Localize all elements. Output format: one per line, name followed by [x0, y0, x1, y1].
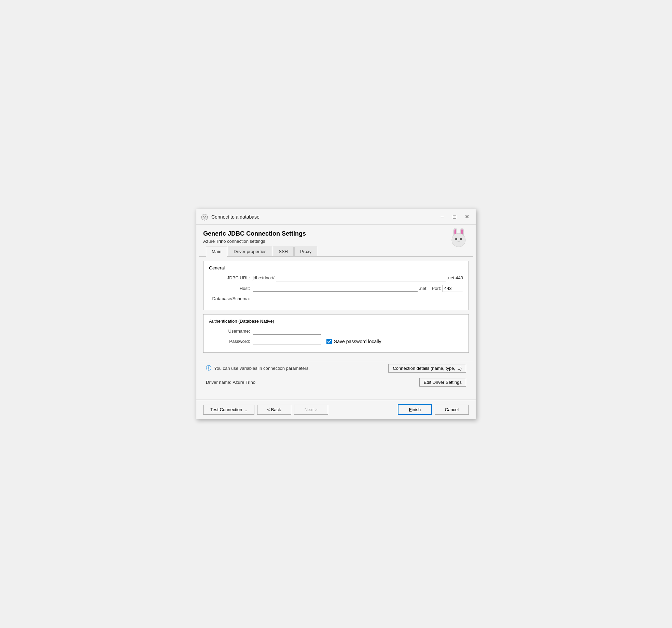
titlebar: Connect to a database – □ ✕ — [196, 209, 476, 225]
main-title: Generic JDBC Connection Settings — [203, 230, 469, 237]
host-label: Host: — [209, 286, 250, 291]
driver-row: Driver name: Azure Trino Edit Driver Set… — [199, 375, 473, 389]
finish-button[interactable]: Finish — [398, 404, 432, 415]
jdbc-url-label: JDBC URL: — [209, 275, 250, 280]
save-password-label: Save password locally — [334, 339, 381, 344]
jdbc-prefix: jdbc:trino:// — [253, 275, 275, 280]
subtitle: Azure Trino connection settings — [203, 239, 469, 244]
tab-driver-properties[interactable]: Driver properties — [228, 247, 272, 256]
edit-driver-button[interactable]: Edit Driver Settings — [419, 378, 466, 387]
info-bar: ⓘ You can use variables in connection pa… — [199, 361, 473, 375]
minimize-button[interactable]: – — [437, 212, 447, 222]
tab-ssh[interactable]: SSH — [273, 247, 294, 256]
cancel-button[interactable]: Cancel — [435, 405, 469, 415]
close-button[interactable]: ✕ — [462, 212, 472, 222]
svg-point-10 — [460, 238, 462, 240]
next-button[interactable]: Next > — [294, 405, 328, 415]
window-title: Connect to a database — [211, 214, 322, 220]
back-button[interactable]: < Back — [257, 405, 291, 415]
username-input[interactable] — [253, 328, 321, 335]
footer: Test Connection ... < Back Next > Finish… — [196, 400, 476, 419]
info-icon: ⓘ — [206, 365, 211, 372]
svg-point-2 — [205, 216, 206, 217]
db-schema-row: Database/Schema: — [209, 295, 463, 302]
finish-label-rest: inish — [412, 407, 421, 412]
host-suffix: .net — [419, 286, 426, 291]
save-password-row: Save password locally — [326, 339, 381, 344]
password-input[interactable] — [253, 338, 321, 345]
host-row: Host: .net Port: — [209, 285, 463, 292]
tab-main[interactable]: Main — [206, 247, 227, 257]
password-row: Password: Save password locally — [209, 338, 463, 345]
svg-point-9 — [455, 238, 457, 240]
port-input[interactable] — [443, 285, 463, 292]
username-label: Username: — [209, 329, 250, 334]
test-connection-button[interactable]: Test Connection ... — [203, 405, 254, 415]
svg-point-3 — [204, 217, 206, 219]
general-title: General — [209, 265, 463, 270]
main-content: General JDBC URL: jdbc:trino:// .net:443… — [196, 257, 476, 361]
jdbc-url-input[interactable] — [276, 275, 446, 281]
tabs-bar: Main Driver properties SSH Proxy — [199, 247, 473, 257]
connection-details-button[interactable]: Connection details (name, type, ...) — [388, 364, 466, 373]
save-password-checkbox[interactable] — [326, 339, 332, 344]
app-icon — [200, 213, 209, 221]
jdbc-suffix: .net:443 — [447, 275, 463, 280]
svg-point-1 — [203, 216, 204, 217]
svg-point-8 — [452, 233, 465, 247]
rabbit-logo — [448, 228, 469, 249]
dialog-window: Connect to a database – □ ✕ Generic JDBC… — [196, 209, 476, 419]
spacer — [196, 389, 476, 400]
svg-point-11 — [458, 241, 460, 242]
db-schema-input[interactable] — [253, 295, 463, 302]
general-section: General JDBC URL: jdbc:trino:// .net:443… — [203, 261, 469, 310]
username-row: Username: — [209, 328, 463, 335]
auth-title: Authentication (Database Native) — [209, 319, 463, 324]
db-schema-label: Database/Schema: — [209, 296, 250, 301]
authentication-section: Authentication (Database Native) Usernam… — [203, 314, 469, 353]
driver-name-value: Azure Trino — [233, 380, 419, 385]
content-header: Generic JDBC Connection Settings Azure T… — [196, 225, 476, 247]
driver-name-label: Driver name: — [206, 380, 231, 385]
password-label: Password: — [209, 339, 250, 344]
maximize-button[interactable]: □ — [450, 212, 459, 222]
finish-underline: F — [409, 407, 412, 412]
jdbc-url-row: JDBC URL: jdbc:trino:// .net:443 — [209, 275, 463, 281]
host-input[interactable] — [253, 285, 418, 292]
tab-proxy[interactable]: Proxy — [294, 247, 317, 256]
port-label: Port: — [432, 286, 441, 291]
info-text: You can use variables in connection para… — [214, 366, 386, 371]
